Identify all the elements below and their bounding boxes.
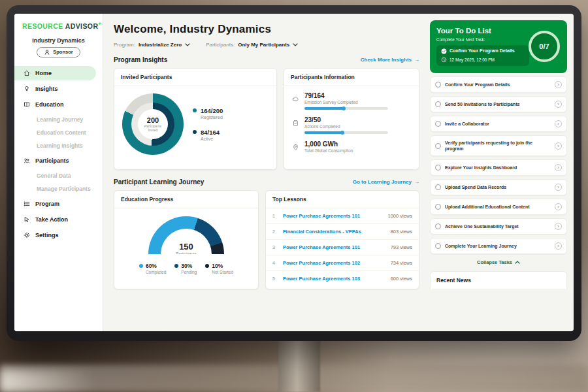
task-label: Complete Your Learning Journey [445, 243, 551, 249]
task-item-verify-participants[interactable]: Verify participants requesting to join t… [430, 135, 567, 156]
lessons-list: 1 Power Purchase Agreements 101 1000 vie… [266, 208, 419, 286]
task-checkbox[interactable] [435, 204, 441, 210]
chevron-right-icon[interactable]: › [555, 81, 562, 88]
task-item-achieve-target[interactable]: Achieve One Sustainability Target › [430, 218, 567, 235]
home-icon [24, 70, 30, 76]
task-checkbox[interactable] [435, 223, 441, 229]
sidebar-item-education-content[interactable]: Education Content [14, 126, 103, 139]
task-item-upload-educational-content[interactable]: Upload Additional Educational Content › [430, 199, 567, 215]
people-icon [24, 157, 30, 164]
task-checkbox[interactable] [435, 165, 441, 171]
task-label: Achieve One Sustainability Target [445, 223, 551, 229]
nav-label: Program [35, 201, 59, 207]
chevron-right-icon[interactable]: › [555, 223, 562, 230]
task-item-complete-learning-journey[interactable]: Complete Your Learning Journey › [430, 238, 567, 254]
sidebar-item-take-action[interactable]: Take Action [14, 212, 96, 227]
task-item-invite-collaborator[interactable]: Invite a Collaborator › [430, 116, 567, 132]
lesson-link[interactable]: Financial Considerations - VPPAs [283, 229, 385, 235]
next-task-box[interactable]: Confirm Your Program Details 12 May 2025… [436, 45, 529, 66]
list-icon [24, 201, 30, 207]
participants-filter[interactable]: Participants: Only My Participants [206, 42, 298, 48]
sidebar-item-home[interactable]: Home [14, 66, 96, 80]
metric-value: 23/50 [304, 116, 388, 123]
sidebar: RESOURCEADVISOR+ Industry Dynamics Spons… [14, 14, 103, 331]
chevron-right-icon[interactable]: › [555, 120, 562, 127]
lesson-row: 1 Power Purchase Agreements 101 1000 vie… [266, 208, 419, 224]
task-checkbox[interactable] [435, 82, 441, 88]
check-more-insights-link[interactable]: Check More Insights → [361, 57, 419, 63]
lesson-row: 3 Power Purchase Agreements 101 793 view… [266, 240, 419, 255]
sidebar-item-education[interactable]: Education [14, 97, 96, 112]
legend-value: 60% [146, 263, 166, 269]
sidebar-item-program[interactable]: Program [14, 197, 96, 211]
task-item-confirm-program[interactable]: Confirm Your Program Details › [430, 76, 567, 93]
program-filter[interactable]: Program: Industrialize Zero [114, 42, 190, 48]
lesson-views: 793 views [391, 244, 412, 250]
task-label: Send 50 Invitations to Participants [445, 101, 551, 107]
program-filter-label: Program: [114, 42, 135, 48]
logo-resource: RESOURCE [22, 22, 63, 30]
task-checkbox[interactable] [435, 121, 441, 127]
learning-cards-row: Education Progress 150 Participants [114, 190, 419, 289]
task-checkbox[interactable] [435, 184, 441, 190]
metric-label: Emission Survey Completed [304, 100, 388, 105]
sidebar-item-learning-insights[interactable]: Learning Insights [14, 139, 103, 152]
monitor-stand [278, 335, 320, 392]
lesson-link[interactable]: Power Purchase Agreements 101 [283, 244, 385, 250]
chevron-right-icon[interactable]: › [555, 164, 562, 171]
sidebar-item-participants[interactable]: Participants [14, 154, 96, 168]
chevron-right-icon[interactable]: › [555, 184, 562, 191]
sidebar-item-insights[interactable]: Insights [14, 82, 96, 96]
sidebar-item-general-data[interactable]: General Data [14, 169, 103, 182]
metric-value: 79/164 [304, 92, 388, 99]
section-title-program-insights: Program Insights [114, 56, 167, 63]
sidebar-item-learning-journey[interactable]: Learning Journey [14, 113, 103, 126]
lesson-link[interactable]: Power Purchase Agreements 102 [283, 260, 385, 266]
metric-label: Total Global Consumption [304, 148, 353, 153]
chevron-right-icon[interactable]: › [555, 101, 562, 108]
filter-bar: Program: Industrialize Zero Participants… [114, 42, 419, 48]
lesson-rank: 1 [272, 214, 278, 218]
todo-progress-value: 0/7 [539, 42, 549, 50]
collapse-label: Collapse Tasks [477, 259, 512, 265]
gauge-center: 150 Participants [148, 242, 224, 254]
lesson-link[interactable]: Power Purchase Agreements 103 [283, 276, 385, 282]
collapse-tasks-link[interactable]: Collapse Tasks [430, 259, 567, 265]
actions-completed-row: 23/50 Actions Completed [292, 116, 411, 134]
task-checkbox[interactable] [435, 101, 441, 107]
task-item-explore-insights[interactable]: Explore Your Insights Dashboard › [430, 159, 567, 176]
gauge-legend: 60% Completed 30% Pending [139, 263, 233, 274]
chevron-right-icon[interactable]: › [555, 242, 562, 250]
card-title: Education Progress [114, 191, 258, 208]
insights-cards-row: Invited Participants 200 Participants In… [114, 68, 419, 170]
legend-value: 30% [181, 263, 197, 269]
legend-label: Registered [201, 115, 223, 120]
participants-filter-value: Only My Participants [238, 42, 289, 48]
donut-center: 200 Participants Invited [138, 109, 168, 139]
lesson-link[interactable]: Power Purchase Agreements 101 [283, 213, 382, 219]
legend-dot [139, 264, 143, 268]
task-checkbox[interactable] [435, 143, 441, 149]
chevron-down-icon [293, 43, 298, 46]
task-item-send-invitations[interactable]: Send 50 Invitations to Participants › [430, 96, 567, 112]
legend-value: 10% [212, 263, 233, 269]
task-item-upload-spend-data[interactable]: Upload Spend Data Records › [430, 179, 567, 195]
chevron-right-icon[interactable]: › [555, 142, 562, 150]
go-to-learning-journey-link[interactable]: Go to Learning Journey → [353, 179, 419, 185]
todo-panel: Your To Do List Complete Your Next Task:… [426, 14, 574, 331]
legend-not-started: 10% Not Started [205, 263, 233, 274]
chevron-down-icon [185, 43, 190, 46]
lesson-rank: 3 [272, 245, 278, 250]
recent-news-header[interactable]: Recent News [430, 271, 567, 289]
sidebar-item-settings[interactable]: Settings [14, 228, 96, 242]
sidebar-item-manage-participants[interactable]: Manage Participants [14, 182, 103, 195]
metric-label: Actions Completed [304, 124, 388, 129]
legend-dot [193, 130, 197, 134]
task-checkbox[interactable] [435, 243, 441, 249]
chevron-right-icon[interactable]: › [555, 203, 562, 210]
sponsor-label: Sponsor [53, 49, 73, 55]
legend-value: 84/164 [201, 129, 220, 136]
legend-dot [193, 108, 197, 112]
next-task-label: Confirm Your Program Details [449, 48, 515, 54]
sponsor-badge[interactable]: Sponsor [37, 47, 80, 57]
